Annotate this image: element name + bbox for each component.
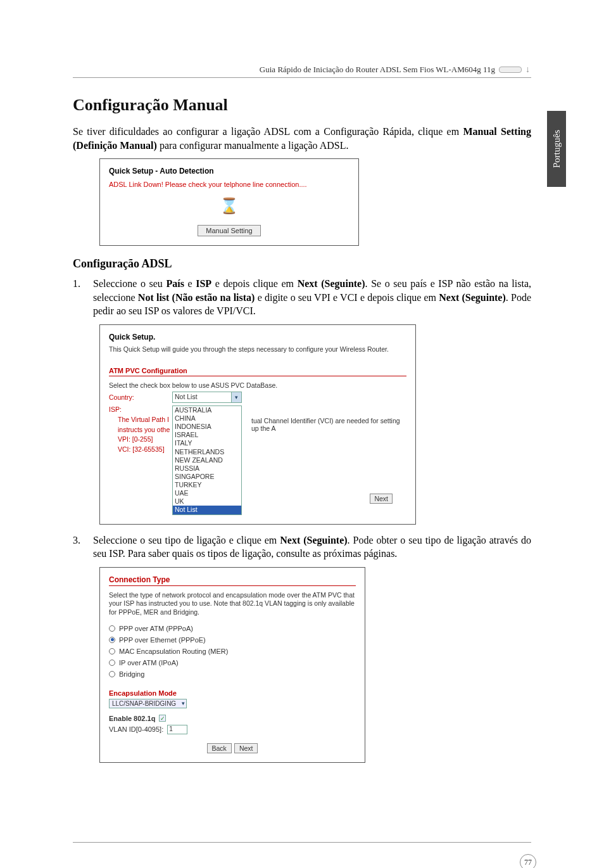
isp-option[interactable]: Not List [173,506,241,514]
vlan-id-label: VLAN ID[0-4095]: [109,725,163,733]
country-value: Not List [175,393,198,400]
radio-label: PPP over ATM (PPPoA) [119,625,193,632]
step-1-text: Seleccione o seu País e ISP e depois cli… [93,277,531,318]
shot1-title: Quick Setup - Auto Detection [109,167,349,176]
manual-setting-button[interactable]: Manual Setting [198,225,260,236]
page-title: Configuração Manual [73,96,531,115]
radio-label: MAC Encapsulation Routing (MER) [119,648,228,655]
step-1: 1. Seleccione o seu País e ISP e depois … [73,277,531,318]
next-button[interactable]: Next [370,494,393,504]
shot2-desc: This Quick Setup will guide you through … [109,345,406,353]
encapsulation-heading: Encapsulation Mode [109,689,356,697]
shot2-trailing-text: tual Channel Identifier (VCI) are needed… [251,417,406,432]
shot2-left-line: VPI: [0-255] [118,435,181,445]
radio-label: PPP over Ethernet (PPPoE) [119,636,206,644]
chevron-down-icon: ▾ [231,392,241,402]
isp-option[interactable]: NEW ZEALAND [173,456,241,464]
router-icon [499,67,522,73]
isp-option[interactable]: ITALY [173,439,241,447]
radio-icon [109,660,115,666]
step-3-text: Seleccione o seu tipo de ligação e cliqu… [93,533,531,561]
step-3: 3. Seleccione o seu tipo de ligação e cl… [73,533,531,561]
vlan-id-input[interactable]: 1 [167,725,187,734]
isp-option[interactable]: AUSTRALIA [173,406,241,414]
shot2-section-heading: ATM PVC Configuration [109,367,406,376]
step-3-number: 3. [73,533,85,561]
isp-option[interactable]: SINGAPORE [173,473,241,481]
radio-icon [109,671,115,677]
shot2-left-line: The Virtual Path I [118,415,181,425]
intro-text-1: Se tiver dificuldades ao configurar a li… [73,126,463,137]
isp-label: ISP: [109,405,172,413]
isp-option[interactable]: INDONESIA [173,423,241,431]
header-rule [73,77,531,78]
radio-icon [109,637,115,643]
connection-type-option[interactable]: IP over ATM (IPoA) [109,659,356,667]
shot3-title: Connection Type [109,575,356,586]
step-1-number: 1. [73,277,85,318]
enable-8021q-checkbox[interactable]: ✓ [159,715,166,722]
shot1-alert: ADSL Link Down! Please check your telpho… [109,181,349,188]
radio-icon [109,648,115,654]
shot2-left-labels: The Virtual Path Iinstructs you otheVPI:… [118,415,181,455]
isp-option[interactable]: ISRAEL [173,431,241,439]
adsl-config-heading: Configuração ADSL [73,257,531,271]
language-tab: Português [547,111,566,187]
intro-paragraph: Se tiver dificuldades ao configurar a li… [73,125,531,152]
shot3-desc: Select the type of network protocol and … [109,591,356,617]
intro-text-2: para configurar manualmente a ligação AD… [157,140,349,151]
enable-8021q-label: Enable 802.1q [109,715,155,722]
radio-label: Bridging [119,670,144,678]
header-title: Guia Rápido de Iniciação do Router ADSL … [260,65,495,75]
radio-label: IP over ATM (IPoA) [119,659,179,667]
isp-listbox[interactable]: AUSTRALIACHINAINDONESIAISRAELITALYNETHER… [172,405,242,515]
isp-option[interactable]: UK [173,497,241,506]
connection-type-option[interactable]: Bridging [109,670,356,678]
isp-option[interactable]: UAE [173,489,241,497]
isp-option[interactable]: CHINA [173,414,241,423]
connection-type-option[interactable]: PPP over Ethernet (PPPoE) [109,636,356,644]
isp-option[interactable]: NETHERLANDS [173,448,241,456]
screenshot-connection-type: Connection Type Select the type of netwo… [99,567,365,763]
shot2-select-line: Select the check box below to use ASUS P… [109,381,406,389]
next-button-2[interactable]: Next [234,743,258,753]
encapsulation-select[interactable]: LLC/SNAP-BRIDGING [109,699,187,708]
hourglass-icon: ⌛ [109,197,349,215]
shot2-title: Quick Setup. [109,333,406,341]
page-number: 77 [520,854,536,868]
radio-icon [109,625,115,632]
isp-option[interactable]: RUSSIA [173,464,241,473]
arrow-icon: ↓ [525,65,530,75]
country-label: Country: [109,393,172,401]
shot2-left-line: instructs you othe [118,425,181,435]
page-header: Guia Rápido de Iniciação do Router ADSL … [73,65,531,77]
country-dropdown[interactable]: Not List ▾ [172,392,242,403]
shot2-left-line: VCI: [32-65535] [118,445,181,455]
screenshot-auto-detection: Quick Setup - Auto Detection ADSL Link D… [99,158,359,246]
footer-rule: 77 [73,842,531,843]
screenshot-quick-setup: Quick Setup. This Quick Setup will guide… [99,324,416,525]
isp-option[interactable]: TURKEY [173,481,241,489]
back-button[interactable]: Back [207,743,232,753]
connection-type-option[interactable]: PPP over ATM (PPPoA) [109,625,356,632]
connection-type-option[interactable]: MAC Encapsulation Routing (MER) [109,648,356,655]
